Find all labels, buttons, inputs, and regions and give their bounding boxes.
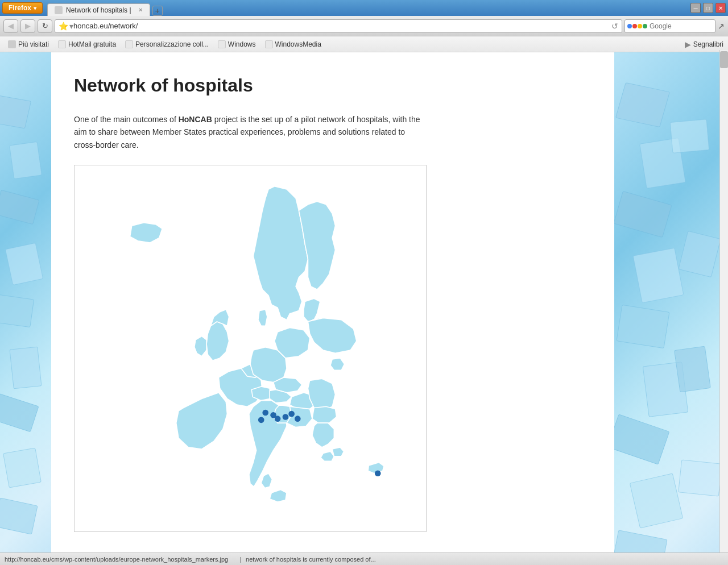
- refresh-button[interactable]: ↻: [38, 19, 52, 33]
- intro-paragraph: One of the main outcomes of HoNCAB proje…: [74, 113, 427, 151]
- tab-title: Network of hospitals |: [66, 6, 131, 14]
- bookmark-hotmail[interactable]: HotMail gratuita: [55, 39, 119, 49]
- bookmark-favicon-1: [58, 40, 66, 48]
- rss-icon: ▾: [69, 22, 73, 31]
- scrollbar-vertical[interactable]: [719, 50, 728, 552]
- page-title: Network of hospitals: [74, 75, 592, 96]
- scrollbar-thumb[interactable]: [720, 51, 728, 68]
- tab-close-button[interactable]: ✕: [138, 7, 143, 13]
- search-bar-wrapper: 🔍: [624, 19, 715, 33]
- bookmark-personalizzazione[interactable]: Personalizzazione coll...: [122, 39, 212, 49]
- europe-map: .country { fill: #a8dff0; stroke: white;…: [80, 171, 420, 523]
- tab-bar: Network of hospitals | ✕ +: [47, 0, 690, 16]
- address-bar-wrapper: ⭐ ▾ ↺: [55, 19, 622, 33]
- svg-point-2: [258, 417, 264, 423]
- security-icon: ⭐: [59, 22, 68, 31]
- active-tab[interactable]: Network of hospitals | ✕: [47, 3, 150, 16]
- browser-chrome: Firefox Network of hospitals | ✕ + ─ □ ✕…: [0, 0, 728, 52]
- status-bar: http://honcab.eu/cms/wp-content/uploads/…: [0, 552, 728, 565]
- intro-text-before: One of the main outcomes of: [74, 115, 179, 124]
- reload-icon[interactable]: ↺: [611, 22, 618, 31]
- bookmark-favicon-2: [125, 40, 133, 48]
- bookmark-favicon-0: [8, 40, 16, 48]
- title-bar: Firefox Network of hospitals | ✕ + ─ □ ✕: [0, 0, 728, 16]
- svg-point-0: [262, 410, 268, 416]
- main-content: Network of hospitals One of the main out…: [51, 52, 614, 565]
- svg-point-3: [275, 416, 281, 422]
- status-bottom-text: |: [239, 556, 241, 563]
- bookmark-label-4: WindowsMedia: [275, 40, 321, 48]
- google-icon: [627, 24, 647, 28]
- bookmark-label-3: Windows: [228, 40, 256, 48]
- bookmark-favicon-3: [218, 40, 226, 48]
- status-url: http://honcab.eu/cms/wp-content/uploads/…: [5, 556, 228, 563]
- forward-button[interactable]: ▶: [20, 19, 35, 33]
- bookmarks-right: ▶ Segnalibri: [685, 40, 723, 49]
- svg-point-7: [375, 471, 381, 477]
- bookmark-favicon-4: [265, 40, 273, 48]
- navigation-bar: ◀ ▶ ↻ ⭐ ▾ ↺ 🔍 ↗: [0, 16, 728, 36]
- side-decoration-right: [614, 52, 728, 565]
- svg-point-4: [283, 414, 289, 420]
- firefox-button[interactable]: Firefox: [2, 2, 43, 14]
- new-tab-button[interactable]: +: [152, 6, 163, 16]
- bookmarks-bar: Più visitati HotMail gratuita Personaliz…: [0, 36, 728, 52]
- bookmark-label-1: HotMail gratuita: [68, 40, 116, 48]
- bookmark-windows[interactable]: Windows: [214, 39, 259, 49]
- address-icons: ⭐ ▾: [59, 22, 73, 31]
- svg-point-5: [288, 411, 295, 417]
- project-name: HoNCAB: [179, 115, 212, 124]
- window-controls: ─ □ ✕: [690, 3, 726, 13]
- close-button[interactable]: ✕: [715, 3, 726, 13]
- bookmark-windowsmedia[interactable]: WindowsMedia: [262, 39, 325, 49]
- back-button[interactable]: ◀: [3, 19, 18, 33]
- bookmarks-right-label: Segnalibri: [693, 40, 723, 48]
- side-decoration-left: [0, 52, 51, 565]
- bookmarks-arrow-icon: ▶: [685, 40, 691, 49]
- page-wrapper: Network of hospitals One of the main out…: [0, 52, 728, 565]
- search-input[interactable]: [650, 22, 728, 30]
- tab-favicon: [55, 6, 63, 14]
- svg-point-6: [295, 416, 301, 422]
- map-container: .country { fill: #a8dff0; stroke: white;…: [74, 165, 427, 531]
- address-input[interactable]: [73, 22, 611, 30]
- status-description: network of hospitals is currently compos…: [246, 556, 376, 563]
- open-link-button[interactable]: ↗: [718, 22, 725, 31]
- minimize-button[interactable]: ─: [690, 3, 701, 13]
- maximize-button[interactable]: □: [703, 3, 713, 13]
- bookmark-label-2: Personalizzazione coll...: [135, 40, 209, 48]
- bookmark-label-0: Più visitati: [18, 40, 49, 48]
- bookmark-piu-visitati[interactable]: Più visitati: [5, 39, 52, 49]
